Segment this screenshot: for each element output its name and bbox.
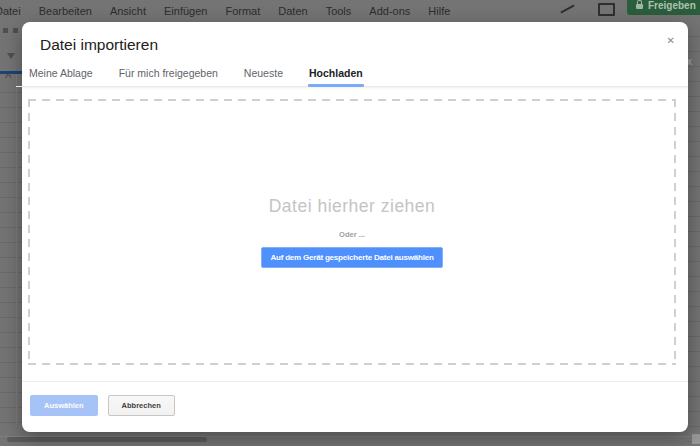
tab-meine-ablage[interactable]: Meine Ablage [16,60,106,86]
menubar: Datei Bearbeiten Ansicht Einfügen Format… [0,0,695,22]
scribble-icon[interactable] [560,3,574,15]
toolbar-icon-dot [3,28,8,33]
sheet-rowlines-left [0,78,22,424]
share-button[interactable]: Freigeben [627,0,700,15]
select-file-from-device-button[interactable]: Auf dem Gerät gespeicherte Datei auswähl… [261,247,442,268]
dropzone-headline: Datei hierher ziehen [269,196,436,217]
menu-item-tools[interactable]: Tools [326,5,352,17]
tab-neueste[interactable]: Neueste [231,60,296,86]
scrollbar-end-button[interactable] [692,434,700,444]
close-icon[interactable]: ✕ [667,36,675,46]
dropzone-or-text: Oder ... [339,230,365,239]
tab-hochladen[interactable]: Hochladen [296,60,376,86]
menu-item-daten[interactable]: Daten [278,5,307,17]
dialog-tabs: Meine Ablage Für mich freigegeben Neuest… [16,60,688,87]
sheet-bottom-bar [0,432,700,446]
lock-icon [636,4,643,9]
tab-fuer-mich-freigegeben[interactable]: Für mich freigegeben [106,60,231,86]
menu-item-ansicht[interactable]: Ansicht [110,5,146,17]
menu-item-format[interactable]: Format [225,5,260,17]
cancel-button[interactable]: Abbrechen [108,395,175,416]
select-button-disabled[interactable]: Auswählen [30,395,98,416]
sheet-rowlines-right [686,22,700,446]
file-dropzone[interactable]: Datei hierher ziehen Oder ... Auf dem Ge… [28,99,676,365]
toolbar-icon-dot [13,28,18,33]
horizontal-scrollbar-thumb[interactable] [7,437,207,442]
dialog-title: Datei importieren [22,22,688,54]
menu-item-datei[interactable]: Datei [0,5,21,17]
menu-item-addons[interactable]: Add-ons [369,5,410,17]
toolbar-dropdown-icon [7,53,15,59]
dialog-footer: Auswählen Abbrechen [22,381,688,416]
menu-item-bearbeiten[interactable]: Bearbeiten [39,5,92,17]
share-button-label: Freigeben [648,0,696,11]
import-file-dialog: Datei importieren ✕ Meine Ablage Für mic… [22,22,688,432]
sheet-colline-left [16,74,17,424]
comment-icon[interactable] [598,3,615,16]
menu-item-hilfe[interactable]: Hilfe [428,5,450,17]
menu-item-einfuegen[interactable]: Einfügen [164,5,207,17]
tabs-shadow [22,87,688,90]
